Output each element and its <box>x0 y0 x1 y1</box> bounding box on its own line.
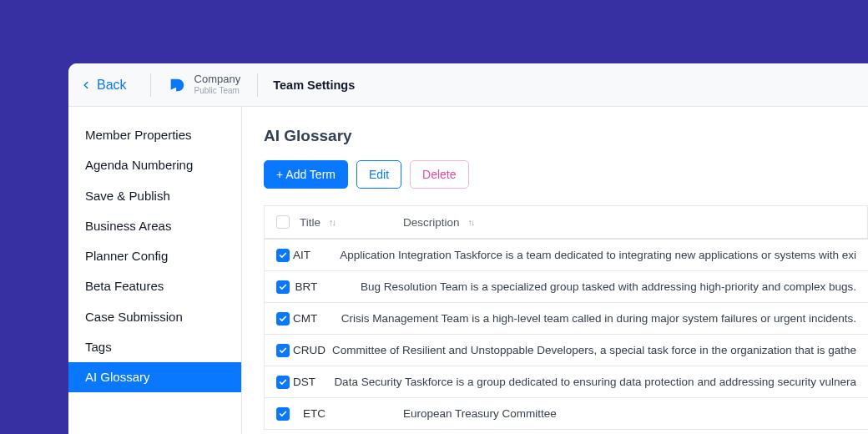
sidebar-item-case-submission[interactable]: Case Submission <box>68 302 241 332</box>
glossary-table: Title ↑↓ Description ↑↓ AITApplication I… <box>264 205 868 430</box>
content: AI Glossary + Add Term Edit Delete Title… <box>242 107 868 434</box>
table-row[interactable]: ETCEuropean Treasury Committee <box>265 398 868 430</box>
table-row[interactable]: DSTData Security Taskforce is a group de… <box>265 366 868 398</box>
sort-icon: ↑↓ <box>329 217 335 227</box>
sidebar-item-member-properties[interactable]: Member Properties <box>68 120 241 150</box>
row-checkbox[interactable] <box>276 407 290 421</box>
app-window: Back Company Public Team Team Settings M… <box>68 63 868 434</box>
back-button[interactable]: Back <box>80 78 139 93</box>
column-header-title-label: Title <box>300 216 320 229</box>
company-block[interactable]: Company Public Team <box>163 73 246 95</box>
company-logo-icon <box>168 76 186 94</box>
sidebar-item-ai-glossary[interactable]: AI Glossary <box>68 362 241 392</box>
table-row[interactable]: AITApplication Integration Taskforce is … <box>265 240 868 271</box>
row-description: Application Integration Taskforce is a t… <box>340 249 856 261</box>
row-title: ETC <box>300 407 326 420</box>
column-header-description[interactable]: Description ↑↓ <box>403 216 855 229</box>
row-checkbox[interactable] <box>276 376 290 389</box>
add-term-button[interactable]: + Add Term <box>264 160 348 189</box>
content-title: AI Glossary <box>264 127 868 145</box>
back-label: Back <box>97 78 127 93</box>
company-name: Company <box>194 73 241 86</box>
sort-icon: ↑↓ <box>468 217 474 227</box>
table-body: AITApplication Integration Taskforce is … <box>265 240 868 430</box>
row-description: Bug Resolution Team is a specialized gro… <box>361 280 856 293</box>
row-title: DST <box>290 376 315 388</box>
table-row[interactable]: BRTBug Resolution Team is a specialized … <box>265 271 868 303</box>
column-header-title[interactable]: Title ↑↓ <box>300 216 403 229</box>
table-header: Title ↑↓ Description ↑↓ <box>265 206 868 240</box>
company-text: Company Public Team <box>194 73 241 95</box>
sidebar-item-planner-config[interactable]: Planner Config <box>68 241 241 271</box>
row-title: CMT <box>290 312 317 325</box>
sidebar: Member Properties Agenda Numbering Save … <box>68 107 242 434</box>
row-title: BRT <box>292 280 318 293</box>
row-description: Committee of Resilient and Unstoppable D… <box>332 344 856 356</box>
select-all-checkbox[interactable] <box>276 215 290 229</box>
sidebar-item-tags[interactable]: Tags <box>68 332 241 362</box>
divider <box>257 73 258 97</box>
row-checkbox[interactable] <box>276 249 290 262</box>
table-row[interactable]: CMTCrisis Management Team is a high-leve… <box>265 303 868 335</box>
main: Member Properties Agenda Numbering Save … <box>68 107 868 434</box>
row-title: AIT <box>290 249 310 261</box>
row-title: CRUD <box>290 344 326 356</box>
row-checkbox[interactable] <box>276 312 290 326</box>
company-subtitle: Public Team <box>194 86 241 96</box>
action-bar: + Add Term Edit Delete <box>264 160 868 189</box>
sidebar-item-business-areas[interactable]: Business Areas <box>68 211 241 241</box>
sidebar-item-agenda-numbering[interactable]: Agenda Numbering <box>68 150 241 180</box>
row-description: Crisis Management Team is a high-level t… <box>341 312 856 325</box>
delete-button[interactable]: Delete <box>410 160 468 189</box>
topbar: Back Company Public Team Team Settings <box>68 63 868 107</box>
sidebar-item-beta-features[interactable]: Beta Features <box>68 271 241 301</box>
page-title: Team Settings <box>270 78 355 92</box>
row-checkbox[interactable] <box>276 280 290 294</box>
row-description: European Treasury Committee <box>403 407 557 420</box>
divider <box>150 73 151 97</box>
chevron-left-icon <box>80 79 92 91</box>
table-row[interactable]: CRUDCommittee of Resilient and Unstoppab… <box>265 335 868 366</box>
column-header-description-label: Description <box>403 216 460 229</box>
row-checkbox[interactable] <box>276 344 290 357</box>
edit-button[interactable]: Edit <box>356 160 401 189</box>
sidebar-item-save-publish[interactable]: Save & Publish <box>68 181 241 211</box>
row-description: Data Security Taskforce is a group dedic… <box>334 376 856 388</box>
